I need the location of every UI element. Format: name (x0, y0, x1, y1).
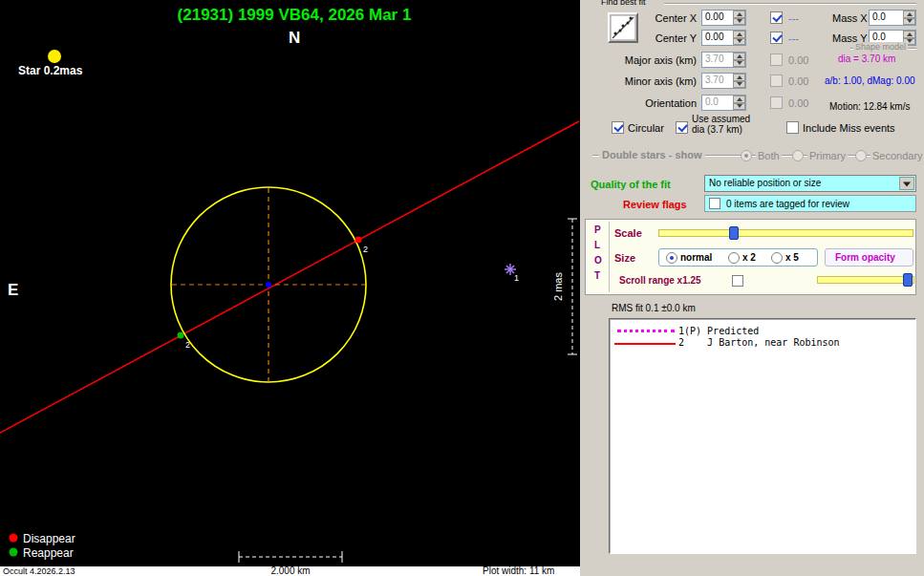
center-x-input[interactable]: 0.00 (701, 10, 746, 26)
quality-of-fit-dropdown[interactable]: No reliable position or size (704, 175, 916, 192)
double-stars-label: Double stars - show (599, 149, 705, 160)
center-y-uncert-dashes: --- (788, 32, 799, 44)
scale-slider-thumb[interactable] (729, 226, 739, 240)
form-opacity-label: Form opacity (835, 252, 895, 263)
scale-label: Scale (614, 227, 642, 239)
minor-axis-label: Minor axis (km) (609, 75, 697, 87)
north-label: N (289, 29, 300, 47)
orientation-spinner (733, 96, 745, 110)
minor-axis-uncert-value: 0.00 (788, 75, 808, 87)
center-x-spinner[interactable] (733, 11, 745, 25)
plot-background (0, 0, 580, 576)
minor-axis-uncert-checkbox (770, 75, 783, 87)
size-normal-label: normal (680, 252, 712, 263)
minor-axis-value: 3.70 (705, 75, 723, 85)
disappear-marker-label: 2 (363, 245, 368, 254)
center-x-label: Center X (639, 12, 697, 24)
include-miss-checkbox[interactable] (786, 121, 799, 134)
plot-letter-o: O (594, 255, 602, 266)
predicted-star-label: 1 (514, 273, 519, 283)
east-label: E (8, 281, 18, 299)
star-size-dot (48, 50, 61, 63)
mass-x-label: Mass X (832, 12, 868, 24)
plot-letter-p: P (594, 224, 601, 235)
size-x5-label: x 5 (785, 252, 799, 263)
review-flags-checkbox[interactable] (709, 198, 720, 209)
major-axis-uncert-value: 0.00 (788, 54, 808, 66)
use-assumed-label-line1: Use assumed (692, 114, 750, 124)
motion-readout: Motion: 12.84 km/s (829, 101, 910, 112)
legend-disappear-label: Disappear (23, 532, 75, 545)
observation-text: 1(P) Predicted (678, 326, 759, 336)
double-stars-primary-radio (792, 150, 804, 161)
center-x-lock-checkbox[interactable] (770, 11, 783, 24)
fit-control-panel: Find best fit Center X 0.00 --- Mass X 0… (580, 0, 924, 576)
mass-x-spinner[interactable] (903, 11, 915, 25)
reappear-marker[interactable] (178, 332, 184, 339)
double-stars-secondary-label: Secondary (870, 150, 924, 161)
center-y-label: Center Y (639, 32, 697, 44)
scroll-range-slider-track[interactable] (817, 276, 914, 284)
major-axis-spinner (733, 53, 745, 67)
plot-title: (21931) 1999 VB64, 2026 Mar 1 (178, 6, 412, 24)
chord-plot-area[interactable]: 2 2 1 (21931) 1999 VB64, 2026 Mar 1 N E … (0, 0, 580, 576)
scale-slider-track[interactable] (658, 229, 913, 237)
size-label: Size (614, 252, 635, 264)
orientation-uncert-value: 0.00 (788, 97, 808, 109)
legend-reappear-label: Reappear (23, 546, 74, 560)
diameter-readout: dia = 3.70 km (838, 53, 895, 64)
orientation-value: 0.0 (705, 96, 719, 107)
size-normal-radio[interactable] (666, 252, 677, 264)
find-best-fit-groupline (664, 3, 916, 5)
plot-letter-t: T (594, 270, 600, 281)
scale-slider[interactable] (658, 226, 913, 240)
size-radio-group: normal x 2 x 5 (658, 248, 818, 267)
orientation-label: Orientation (609, 97, 697, 109)
size-x2-radio[interactable] (728, 252, 740, 264)
plot-controls-box: P L O T Scale Size normal x 2 x 5 F (585, 219, 916, 295)
legend-disappear-dot (10, 534, 18, 543)
form-opacity-button[interactable]: Form opacity (825, 248, 913, 267)
double-stars-secondary-radio (855, 150, 867, 161)
mass-x-input[interactable]: 0.0 (869, 10, 916, 26)
plot-width-label: Plot width: 11 km (483, 565, 554, 576)
chord-plot-svg: 2 2 1 (21931) 1999 VB64, 2026 Mar 1 N E … (0, 0, 580, 576)
plot-letter-l: L (594, 240, 600, 250)
star-size-label: Star 0.2mas (18, 64, 83, 77)
center-y-value: 0.00 (705, 32, 723, 42)
reappear-marker-label: 2 (185, 340, 190, 350)
asteroid-center-dot (266, 282, 271, 288)
use-assumed-dia-checkbox[interactable] (676, 121, 688, 134)
observations-listbox[interactable]: 1(P) Predicted 2 J Barton, near Robinson (609, 318, 916, 554)
major-axis-uncert-checkbox (770, 53, 783, 66)
dropdown-arrow-icon[interactable] (899, 177, 914, 190)
center-x-value: 0.00 (705, 11, 723, 22)
circular-checkbox[interactable] (612, 121, 624, 134)
list-item[interactable]: 1(P) Predicted (610, 326, 915, 337)
center-y-spinner[interactable] (733, 31, 745, 45)
occult-app-window: 2 2 1 (21931) 1999 VB64, 2026 Mar 1 N E … (0, 0, 924, 576)
minor-axis-input: 3.70 (701, 73, 746, 89)
center-y-lock-checkbox[interactable] (770, 32, 783, 44)
vertical-scale-label: 2 mas (552, 272, 564, 301)
center-x-uncert-dashes: --- (788, 12, 799, 24)
list-item[interactable]: 2 J Barton, near Robinson (610, 337, 915, 349)
review-flags-box: 0 items are tagged for review (704, 195, 916, 212)
include-miss-label: Include Miss events (803, 122, 895, 134)
scroll-range-slider-thumb[interactable] (903, 273, 913, 287)
scroll-range-label: Scroll range x1.25 (619, 275, 701, 286)
find-best-fit-button[interactable] (608, 12, 638, 43)
legend-reappear-dot (10, 548, 18, 557)
center-y-input[interactable]: 0.00 (701, 30, 746, 46)
size-x5-radio[interactable] (771, 252, 783, 264)
predicted-series-marker (617, 330, 675, 332)
use-assumed-label-line2: dia (3.7 km) (692, 124, 742, 135)
scroll-range-checkbox[interactable] (732, 275, 743, 287)
disappear-marker[interactable] (355, 237, 362, 244)
quality-of-fit-value: No reliable position or size (709, 178, 821, 188)
review-flags-text: 0 items are tagged for review (726, 199, 849, 209)
double-stars-both-radio (741, 150, 752, 161)
orientation-input: 0.0 (701, 95, 746, 111)
major-axis-value: 3.70 (705, 53, 723, 64)
scroll-range-slider[interactable] (817, 273, 914, 287)
